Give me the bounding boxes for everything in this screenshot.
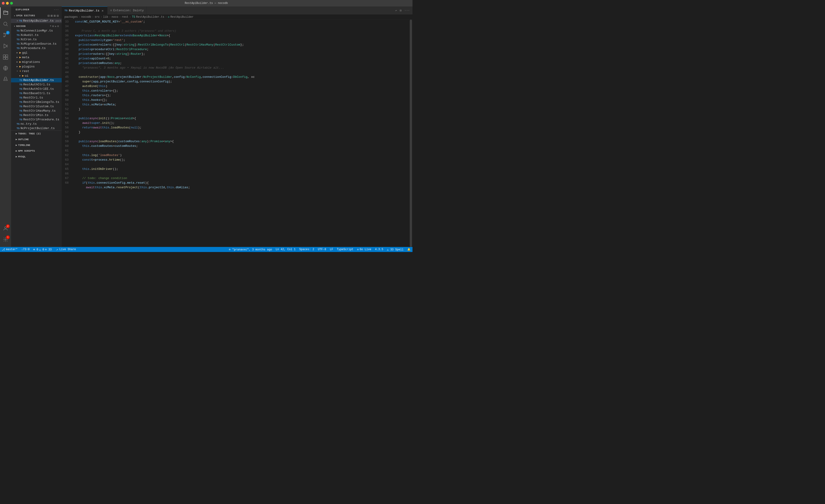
file-item[interactable]: TS RestAuthCtrl.ts [11,82,62,87]
code-line: } [75,130,409,135]
file-item[interactable]: TS NcProjectBuilder.ts [11,126,62,131]
git-branch-item[interactable]: ⎇ master* [0,247,19,252]
file-item[interactable]: TS RestCtrlCustom.ts [11,104,62,109]
file-item[interactable]: TS RestCtrl.ts [11,95,62,100]
save-all-icon[interactable]: ⊟ [48,14,50,18]
language-item[interactable]: TypeScript [335,247,355,252]
history-icon[interactable]: ↶ [394,8,398,13]
file-item[interactable]: TS RestCtrlProcedure.ts [11,117,62,122]
open-editors-header[interactable]: ▾ OPEN EDITORS ⊟ ⊠ ⊞ ⊡ [11,12,62,19]
code-line: const t = process.hrtime(); [75,158,409,162]
maximize-button[interactable] [10,2,13,5]
activity-item-remote[interactable] [0,63,11,74]
live-share-icon: ↗ [56,248,58,251]
outline-header[interactable]: ▶ OUTLINE [11,137,62,142]
notifications-item[interactable]: 🔔 [405,247,412,252]
code-line: const NC_CUSTOM_ROUTE_KEY = '__xc_custom… [75,19,409,24]
sync-item[interactable]: ↓73↑0 [19,247,31,252]
activity-item-extensions[interactable] [0,52,11,63]
expand-all-icon[interactable]: ⊞ [54,14,56,18]
file-item[interactable]: TS RestBaseCtrl.ts [11,91,62,95]
errors-warnings-item[interactable]: ⊗ 0 △ 0 ⊙ 33 [31,247,54,252]
close-button[interactable] [2,2,5,5]
folder-item-migrations[interactable]: ▶▶ migrations [11,60,62,64]
bell-icon: 🔔 [407,248,410,251]
close-all-icon[interactable]: ⊠ [51,14,53,18]
file-item[interactable]: TS XcCron.ts [11,37,62,41]
activity-item-explorer[interactable] [0,7,11,18]
tab-close-icon[interactable]: ✕ [101,9,104,12]
tab-restapi-builder[interactable]: TS RestApiBuilder.ts ✕ [62,6,107,14]
explorer-header[interactable]: EXPLORER ··· [11,6,62,12]
new-file-icon[interactable]: + [50,25,52,28]
open-editor-file[interactable]: ✕ TS RestApiBuilder.ts packages/nocodb/s… [11,19,62,23]
todos-tree-header[interactable]: ▶ TODOS: TREE (2) [11,131,62,137]
spell-item[interactable]: △ 33 Spell [385,247,405,252]
more-actions-icon[interactable]: ··· [54,8,59,11]
code-line: super(app, projectBuilder, config, conne… [75,79,409,84]
code-line: this.hooks = {}; [75,98,409,102]
code-line [75,112,409,116]
code-line [75,70,409,75]
activity-item-accounts[interactable]: 2 [0,223,11,234]
activity-item-search[interactable] [0,18,11,29]
scrollbar[interactable] [409,19,412,247]
folder-item-plugins[interactable]: ▶▶ plugins [11,64,62,69]
code-line [75,162,409,167]
file-item[interactable]: TS nc.try.ts [11,122,62,126]
code-line: private controllers: { [key: string]: Re… [75,43,409,47]
spaces-item[interactable]: Spaces: 2 [297,247,316,252]
folder-item-rest[interactable]: ▾▾ rest [11,69,62,73]
explorer-actions: ··· [54,8,59,11]
file-item[interactable]: TS NcConnectionMgr.ts [11,28,62,33]
editor-area: TS RestApiBuilder.ts ✕ ≡ Extension: Dain… [62,6,412,247]
folder-item-meta[interactable]: ▶▶ meta [11,55,62,60]
folder-item-ui[interactable]: ▶▶ ui [11,73,62,78]
tab-extension-dainty[interactable]: ≡ Extension: Dainty [107,6,147,14]
file-item[interactable]: TS RestCtrlMin.ts [11,113,62,117]
folder-item-gql[interactable]: ▶▶ gql [11,51,62,55]
split-editor-icon[interactable]: ⊟ [399,8,402,13]
svg-rect-10 [6,55,8,57]
code-line [75,135,409,139]
version-item[interactable]: 4.3.5 [373,247,385,252]
refresh-icon[interactable]: ↻ [55,25,56,28]
activity-item-source-control[interactable]: 2 [0,29,11,40]
accounts-badge: 2 [6,224,10,228]
code-line [75,24,409,29]
tab-label: Extension: Dainty [113,9,144,12]
cursor-position-item[interactable]: Ln 42, Col 1 [274,247,297,252]
timeline-header[interactable]: ▶ TIMELINE [11,142,62,148]
more-icon[interactable]: ··· [403,8,410,13]
close-file-icon[interactable]: ✕ [17,19,18,22]
activity-item-test[interactable] [0,74,11,85]
minimize-button[interactable] [6,2,9,5]
file-item[interactable]: TS XcProcedure.ts [11,46,62,51]
blame-item[interactable]: ⊙ "pranavxc", 3 months ago [227,247,274,252]
code-line: this.customRoutes = customRoutes; [75,144,409,149]
golive-icon: ⊙ [357,248,359,251]
activity-item-settings[interactable]: 1 [0,234,11,245]
collapse-icon[interactable]: ⊟ [57,25,59,28]
npm-scripts-header[interactable]: ▶ NPM SCRIPTS [11,148,62,154]
new-folder-icon[interactable]: ⊞ [53,25,54,28]
code-line: public async loadRoutes(customRoutes: an… [75,139,409,144]
encoding-item[interactable]: UTF-8 [316,247,328,252]
chevron-right-icon: ▶ [17,56,18,59]
live-share-item[interactable]: ↗ Live Share [54,247,79,252]
code-content[interactable]: const NC_CUSTOM_ROUTE_KEY = '__xc_custom… [73,19,409,247]
settings-badge: 1 [6,235,10,239]
nocodb-header[interactable]: ▾ NOCODB + ⊞ ↻ ⊟ [11,23,62,28]
file-item[interactable]: TS RestCtrlHasMany.ts [11,109,62,113]
activity-item-run[interactable] [0,40,11,52]
collapse-all-icon[interactable]: ⊡ [57,14,59,18]
file-item[interactable]: TS XcMigrationSource.ts [11,41,62,46]
file-item[interactable]: TS XcAudit.ts [11,33,62,37]
file-item-restapi-builder[interactable]: TS RestApiBuilder.ts [11,78,62,82]
file-item[interactable]: TS RestCtrlBelongsTo.ts [11,100,62,104]
mysql-header[interactable]: ▶ MYSQL [11,154,62,160]
file-item[interactable]: TS RestAuthCtrlEE.ts [11,87,62,91]
golive-item[interactable]: ⊙ Go Live [355,247,373,252]
code-line: } [75,107,409,112]
eol-item[interactable]: LF [328,247,335,252]
